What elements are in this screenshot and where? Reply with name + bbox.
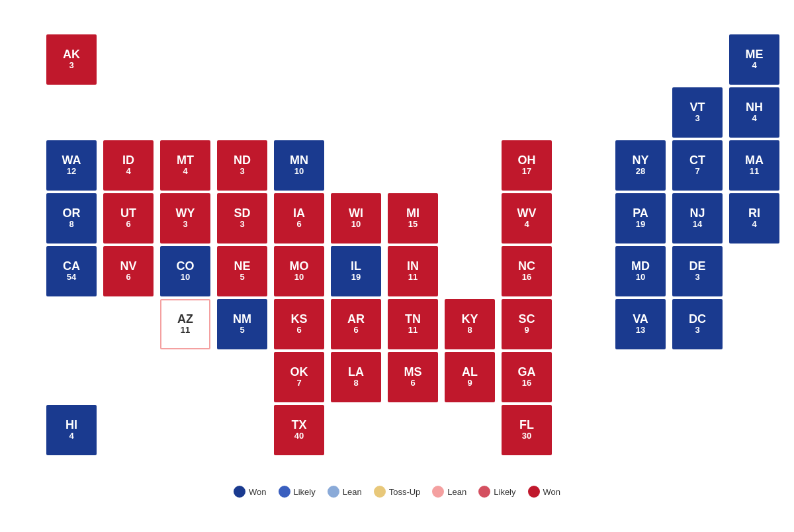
state-sd: SD 3 — [217, 193, 267, 244]
legend-item: Lean — [432, 486, 466, 498]
state-dc: DC 3 — [672, 299, 723, 349]
state-abbr: DC — [689, 313, 706, 325]
state-ny: NY 28 — [615, 140, 666, 191]
state-votes: 15 — [408, 219, 418, 230]
state-me: ME 4 — [729, 34, 779, 85]
state-nm: NM 5 — [217, 299, 267, 349]
state-abbr: CO — [177, 260, 195, 272]
state-abbr: NY — [632, 154, 648, 166]
state-votes: 6 — [296, 219, 301, 230]
state-ks: KS 6 — [274, 299, 324, 349]
state-ky: KY 8 — [445, 299, 495, 349]
state-abbr: MI — [406, 207, 419, 219]
state-abbr: IL — [351, 260, 361, 272]
state-votes: 7 — [695, 166, 699, 177]
state-abbr: VT — [689, 101, 705, 113]
state-votes: 3 — [69, 60, 73, 71]
state-abbr: PA — [633, 207, 648, 219]
state-abbr: IA — [293, 207, 305, 219]
state-sc: SC 9 — [502, 299, 552, 349]
state-il: IL 19 — [331, 246, 381, 296]
legend-label: Lean — [447, 487, 466, 497]
state-abbr: SC — [518, 313, 535, 325]
state-votes: 11 — [408, 272, 418, 283]
legend-label: Likely — [293, 487, 315, 497]
legend-dot — [374, 486, 386, 498]
state-votes: 10 — [294, 166, 304, 177]
state-abbr: NE — [234, 260, 250, 272]
state-wv: WV 4 — [502, 193, 552, 244]
state-abbr: OH — [518, 154, 536, 166]
state-tn: TN 11 — [388, 299, 438, 349]
state-abbr: NV — [120, 260, 136, 272]
state-abbr: GA — [518, 366, 536, 378]
legend-label: Won — [249, 487, 267, 497]
state-abbr: SD — [234, 207, 250, 219]
state-abbr: WI — [349, 207, 363, 219]
state-votes: 19 — [351, 272, 361, 283]
state-votes: 6 — [353, 325, 358, 335]
state-abbr: WY — [176, 207, 195, 219]
state-nj: NJ 14 — [672, 193, 723, 244]
state-abbr: NM — [233, 313, 251, 325]
state-votes: 11 — [181, 325, 190, 335]
state-votes: 7 — [296, 378, 301, 388]
state-wa: WA 12 — [46, 140, 97, 191]
state-ca: CA 54 — [46, 246, 97, 296]
state-ms: MS 6 — [388, 352, 438, 402]
legend-dot — [234, 486, 245, 498]
state-id: ID 4 — [103, 140, 154, 191]
state-votes: 17 — [522, 166, 531, 177]
state-votes: 3 — [695, 113, 699, 124]
state-abbr: WV — [517, 207, 537, 219]
electoral-map: AK 3 ME 4 VT 3 NH 4 WA 12 ID 4 MT 4 ND 3… — [33, 28, 761, 504]
state-votes: 30 — [522, 431, 531, 441]
legend-label: Likely — [494, 487, 515, 497]
state-abbr: TX — [291, 419, 306, 431]
state-votes: 4 — [752, 219, 756, 230]
state-abbr: OK — [290, 366, 308, 378]
state-nh: NH 4 — [729, 87, 779, 138]
state-votes: 19 — [636, 219, 645, 230]
state-vt: VT 3 — [672, 87, 723, 138]
state-votes: 5 — [240, 325, 244, 335]
state-abbr: DE — [689, 260, 705, 272]
state-abbr: VA — [633, 313, 648, 325]
state-or: OR 8 — [46, 193, 97, 244]
state-votes: 4 — [752, 113, 756, 124]
state-abbr: CA — [63, 260, 80, 272]
state-abbr: UT — [120, 207, 136, 219]
state-in: IN 11 — [388, 246, 438, 296]
state-votes: 8 — [69, 219, 73, 230]
state-votes: 6 — [410, 378, 415, 388]
state-votes: 16 — [522, 272, 531, 283]
state-abbr: FL — [519, 419, 534, 431]
state-mo: MO 10 — [274, 246, 324, 296]
state-votes: 13 — [636, 325, 645, 335]
state-mn: MN 10 — [274, 140, 324, 191]
state-abbr: AK — [63, 48, 80, 60]
state-la: LA 8 — [331, 352, 381, 402]
legend-item: Toss-Up — [374, 486, 421, 498]
state-nd: ND 3 — [217, 140, 267, 191]
state-abbr: TN — [405, 313, 421, 325]
state-votes: 3 — [695, 272, 699, 283]
state-ak: AK 3 — [46, 34, 97, 85]
state-votes: 3 — [240, 219, 244, 230]
state-nv: NV 6 — [103, 246, 154, 296]
state-votes: 4 — [524, 219, 529, 230]
state-abbr: OR — [63, 207, 81, 219]
state-votes: 10 — [636, 272, 645, 283]
state-ma: MA 11 — [729, 140, 779, 191]
state-votes: 5 — [240, 272, 244, 283]
legend-item: Likely — [278, 486, 315, 498]
legend-dot — [432, 486, 444, 498]
state-votes: 54 — [67, 272, 76, 283]
state-abbr: MA — [745, 154, 764, 166]
state-md: MD 10 — [615, 246, 666, 296]
state-oh: OH 17 — [502, 140, 552, 191]
state-co: CO 10 — [160, 246, 210, 296]
state-votes: 6 — [126, 272, 130, 283]
legend: Won Likely Lean Toss-Up Lean Likely Won — [234, 486, 560, 498]
state-az: AZ 11 — [160, 299, 210, 349]
